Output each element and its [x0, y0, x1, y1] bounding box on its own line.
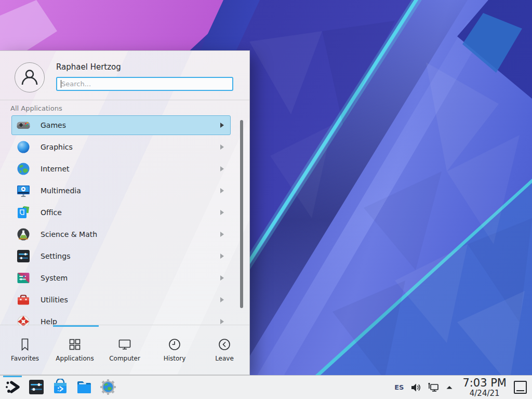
- show-desktop-button[interactable]: [514, 381, 527, 394]
- monitor-play-icon: [16, 183, 31, 198]
- category-science-math[interactable]: Science & Math: [11, 224, 231, 244]
- volume-icon[interactable]: [410, 382, 421, 393]
- desktop: Raphael Hertzog All Applications: [0, 0, 532, 399]
- digital-clock[interactable]: 7:03 PM 4/24/21: [462, 378, 507, 397]
- user-name: Raphael Hertzog: [56, 62, 121, 72]
- section-label: All Applications: [10, 104, 62, 112]
- taskbar: ES: [0, 375, 532, 399]
- tab-history[interactable]: History: [150, 325, 200, 375]
- tab-computer[interactable]: Computer: [100, 325, 150, 375]
- leave-icon: [218, 338, 231, 351]
- document-folder-icon: [16, 205, 31, 220]
- expand-tray-arrow-icon[interactable]: [445, 383, 454, 392]
- submenu-arrow-icon: [220, 275, 224, 281]
- gamepad-icon: [16, 118, 31, 132]
- toolbox-icon: [16, 292, 31, 307]
- sliders-dark-icon: [16, 249, 31, 263]
- category-graphics[interactable]: Graphics: [11, 137, 231, 157]
- submenu-arrow-icon: [220, 210, 224, 215]
- launcher-header: Raphael Hertzog: [0, 51, 249, 100]
- blue-sphere-icon: [16, 140, 31, 154]
- submenu-arrow-icon: [220, 254, 224, 259]
- submenu-arrow-icon: [220, 166, 224, 171]
- launcher-footer-tabs: Favorites Applications: [0, 325, 249, 375]
- clock-time: 7:03 PM: [462, 378, 507, 389]
- bookmark-icon: [18, 338, 32, 351]
- sliders-color-icon: [16, 271, 31, 285]
- globe-icon: [16, 162, 31, 176]
- active-task-indicator: [3, 376, 22, 377]
- keyboard-layout-indicator[interactable]: ES: [394, 383, 404, 391]
- system-tray: ES: [394, 376, 532, 399]
- application-category-list: Games Graphics: [0, 115, 249, 326]
- submenu-arrow-icon: [220, 144, 224, 150]
- search-field[interactable]: [56, 77, 233, 91]
- category-settings[interactable]: Settings: [11, 246, 231, 266]
- tab-favorites[interactable]: Favorites: [0, 325, 50, 375]
- category-internet[interactable]: Internet: [11, 159, 231, 179]
- submenu-arrow-icon: [220, 188, 224, 193]
- grid-icon: [68, 338, 82, 351]
- submenu-arrow-icon: [220, 232, 224, 237]
- category-multimedia[interactable]: Multimedia: [11, 181, 231, 201]
- submenu-arrow-icon: [220, 297, 224, 302]
- file-manager-icon[interactable]: [76, 379, 92, 395]
- submenu-arrow-icon: [220, 319, 224, 324]
- search-input[interactable]: [57, 78, 232, 90]
- lifebuoy-icon: [16, 314, 31, 326]
- clock-date: 4/24/21: [462, 390, 507, 397]
- category-office[interactable]: Office: [11, 203, 231, 222]
- web-browser-icon[interactable]: [100, 379, 116, 395]
- category-utilities[interactable]: Utilities: [11, 290, 231, 310]
- category-system[interactable]: System: [11, 268, 231, 288]
- text-caret: [61, 80, 61, 88]
- category-games[interactable]: Games: [11, 115, 231, 135]
- user-avatar-icon[interactable]: [15, 62, 45, 92]
- list-scrollbar[interactable]: [240, 120, 243, 308]
- category-help[interactable]: Help: [11, 312, 231, 326]
- flask-icon: [16, 227, 31, 242]
- tab-applications[interactable]: Applications: [50, 325, 100, 375]
- history-clock-icon: [168, 338, 181, 351]
- computer-icon: [118, 338, 131, 351]
- tab-leave[interactable]: Leave: [200, 325, 249, 375]
- wired-network-icon[interactable]: [427, 381, 440, 394]
- submenu-arrow-icon: [220, 123, 224, 128]
- kali-launcher-icon[interactable]: [4, 379, 21, 395]
- application-launcher-menu: Raphael Hertzog All Applications: [0, 50, 250, 375]
- header-separator: [0, 100, 249, 100]
- system-settings-icon[interactable]: [28, 379, 45, 395]
- discover-store-icon[interactable]: [52, 379, 69, 395]
- active-tab-indicator: [53, 325, 99, 327]
